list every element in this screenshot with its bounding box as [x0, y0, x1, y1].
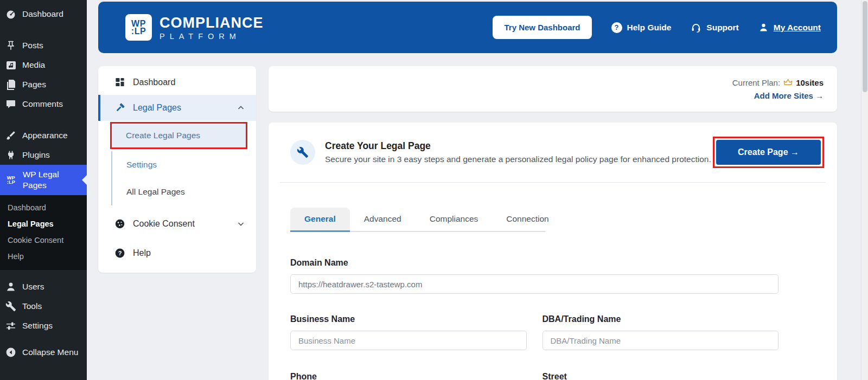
paintbrush-icon [5, 130, 16, 141]
pages-icon [5, 79, 16, 90]
admin-menu-label: Comments [22, 99, 63, 110]
support-link[interactable]: Support [691, 22, 738, 33]
person-icon [758, 22, 769, 33]
grid-icon [114, 77, 125, 87]
wplp-logo-icon: WP :LP [5, 174, 17, 186]
business-name-field: Business Name [290, 314, 527, 350]
admin-menu-label: Pages [22, 79, 46, 90]
scrollbar-thumb[interactable] [863, 1, 867, 92]
vertical-scrollbar[interactable] [861, 0, 868, 380]
admin-menu-label: Appearance [22, 130, 68, 141]
help-circle-icon: ? [114, 248, 125, 259]
section-subtitle: Secure your site in 3 easy steps and gen… [325, 154, 711, 164]
dba-name-input[interactable] [542, 331, 779, 350]
wp-legal-pages-submenu: Dashboard Legal Pages Cookie Consent Hel… [0, 195, 87, 270]
tab-general[interactable]: General [290, 208, 350, 232]
admin-menu-tools[interactable]: Tools [0, 297, 87, 316]
cookie-icon [114, 218, 125, 229]
plugin-sidebar-settings[interactable]: Settings [112, 151, 256, 178]
dashboard-gauge-icon [5, 9, 16, 20]
plugin-sidebar-label: Cookie Consent [133, 219, 195, 229]
plan-card: Current Plan: 10sites Add More Sites → [269, 66, 837, 112]
plugin-sidebar-label: Dashboard [133, 78, 175, 87]
admin-menu-comments[interactable]: Comments [0, 94, 87, 114]
my-account-link[interactable]: My Account [758, 22, 821, 33]
wrench-icon [5, 301, 16, 312]
admin-menu-collapse[interactable]: Collapse Menu [0, 343, 87, 362]
plugin-sidebar-all-legal-pages[interactable]: All Legal Pages [112, 178, 256, 205]
chevron-down-icon [235, 220, 246, 228]
phone-street-row: Phone Street [290, 372, 778, 380]
pushpin-icon [5, 40, 16, 51]
collapse-menu-icon [5, 347, 16, 358]
create-page-button[interactable]: Create Page → [716, 140, 821, 165]
add-more-sites-link[interactable]: Add More Sites → [754, 91, 824, 100]
try-new-dashboard-button[interactable]: Try New Dashboard [493, 16, 591, 39]
name-fields-row: Business Name DBA/Trading Name [290, 314, 778, 350]
plan-name: 10sites [796, 78, 824, 87]
comment-bubble-icon [5, 99, 16, 110]
admin-menu-media[interactable]: Media [0, 55, 87, 75]
sliders-icon [5, 320, 16, 331]
brand-title: COMPLIANCE [159, 15, 264, 31]
dba-name-field: DBA/Trading Name [542, 314, 779, 350]
domain-name-input[interactable] [290, 274, 778, 294]
admin-menu-posts[interactable]: Posts [0, 36, 87, 55]
plugin-sidebar-create-legal-pages[interactable]: Create Legal Pages [110, 122, 247, 149]
plugin-sidebar-label: Help [133, 248, 151, 258]
wp-admin-menu: Dashboard Posts Media Pages Comments App… [0, 0, 87, 380]
submenu-help[interactable]: Help [0, 248, 87, 265]
admin-menu-appearance[interactable]: Appearance [0, 126, 87, 145]
admin-menu-users[interactable]: Users [0, 277, 87, 297]
admin-menu-pages[interactable]: Pages [0, 75, 87, 94]
plug-icon [5, 150, 16, 160]
media-icon [5, 60, 16, 70]
right-column: Current Plan: 10sites Add More Sites → C… [269, 66, 837, 380]
tab-compliances[interactable]: Compliances [416, 208, 493, 231]
plugin-sidebar: Dashboard Legal Pages Create Legal Pages… [98, 66, 256, 273]
business-name-input[interactable] [290, 331, 527, 350]
submenu-cookie-consent[interactable]: Cookie Consent [0, 232, 87, 248]
current-plan-line: Current Plan: 10sites [732, 78, 824, 87]
chevron-up-icon [235, 104, 246, 112]
admin-menu-dashboard[interactable]: Dashboard [0, 4, 87, 24]
main-area: WP :LP COMPLIANCE PLATFORM Try New Dashb… [87, 0, 868, 380]
admin-menu-label: Settings [22, 320, 53, 331]
plugin-sidebar-cookie-consent[interactable]: Cookie Consent [98, 211, 256, 237]
plugin-sidebar-legal-pages[interactable]: Legal Pages [98, 95, 256, 121]
current-plan-label: Current Plan: [732, 78, 780, 87]
arrow-right-icon: → [790, 147, 799, 157]
domain-name-label: Domain Name [290, 258, 778, 268]
street-label: Street [542, 372, 779, 380]
divider [280, 182, 826, 183]
legal-pages-submenu: Settings All Legal Pages [111, 151, 256, 205]
plugin-sidebar-dashboard[interactable]: Dashboard [98, 69, 256, 95]
admin-menu-label: WP Legal Pages [23, 169, 81, 191]
header-right: Try New Dashboard ? Help Guide Support M… [493, 16, 821, 39]
create-page-header-row: Create Your Legal Page Secure your site … [290, 137, 815, 168]
settings-tabs: General Advanced Compliances Connection [290, 208, 545, 232]
admin-menu-label: Dashboard [22, 9, 63, 20]
help-guide-link[interactable]: ? Help Guide [611, 22, 672, 33]
admin-menu-wp-legal-pages[interactable]: WP :LP WP Legal Pages [0, 165, 87, 195]
general-form: Domain Name Business Name DBA/Trading Na… [290, 258, 778, 380]
submenu-dashboard[interactable]: Dashboard [0, 199, 87, 216]
admin-menu-plugins[interactable]: Plugins [0, 145, 87, 165]
create-legal-page-card: Create Your Legal Page Secure your site … [269, 123, 837, 380]
plugin-sidebar-help[interactable]: ? Help [98, 240, 256, 266]
plugin-sidebar-label: Legal Pages [133, 103, 181, 113]
business-name-label: Business Name [290, 314, 527, 324]
brand-text: COMPLIANCE PLATFORM [159, 15, 264, 41]
admin-menu-label: Users [22, 281, 44, 292]
tab-connection[interactable]: Connection [492, 208, 563, 231]
admin-menu-label: Posts [22, 40, 43, 51]
submenu-legal-pages[interactable]: Legal Pages [0, 216, 87, 232]
create-page-annotation-box: Create Page → [713, 137, 824, 168]
wrench-icon [297, 146, 309, 158]
phone-label: Phone [290, 372, 527, 380]
users-icon [5, 281, 16, 292]
tab-advanced[interactable]: Advanced [350, 208, 416, 231]
admin-menu-label: Collapse Menu [22, 347, 78, 358]
crown-icon [783, 79, 793, 87]
admin-menu-settings[interactable]: Settings [0, 316, 87, 336]
